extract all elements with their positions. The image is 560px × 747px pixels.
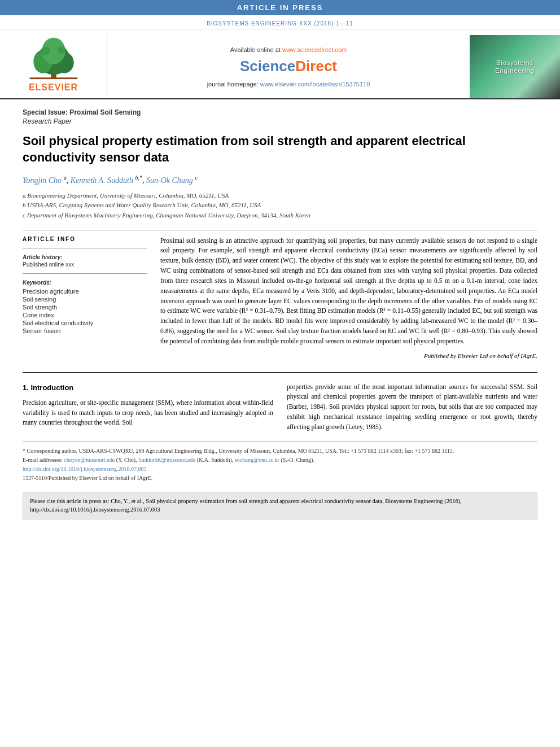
divider-info-1 (23, 248, 147, 248)
article-info-heading: ARTICLE INFO (23, 236, 147, 242)
svg-point-6 (58, 46, 65, 54)
author-sudduth[interactable]: Kenneth A. Sudduth (71, 176, 133, 185)
published-by: Published by Elsevier Ltd on behalf of I… (160, 351, 537, 361)
article-info-col: ARTICLE INFO Article history: Published … (23, 236, 147, 361)
abstract-col: Proximal soil sensing is an attractive a… (160, 236, 537, 361)
svg-rect-8 (29, 77, 77, 79)
keyword-soil-ec: Soil electrical conductivity (23, 320, 147, 326)
science-text: Science (240, 58, 295, 75)
doi-link: http://dx.doi.org/10.1016/j.biosystemsen… (23, 465, 537, 474)
sciencedirect-logo: ScienceDirect (240, 58, 337, 75)
article-info-abstract: ARTICLE INFO Article history: Published … (23, 236, 537, 361)
affil-sup-b: b,* (135, 174, 142, 181)
authors: Yongjin Cho a, Kenneth A. Sudduth b,*, S… (23, 174, 537, 185)
email-addresses: E-mail addresses: choyon@missouri.edu (Y… (23, 456, 537, 465)
svg-point-5 (41, 47, 50, 55)
homepage-url[interactable]: www.elsevier.com/locate/issn/15375110 (260, 81, 370, 88)
section1-heading: 1. Introduction (23, 382, 273, 394)
available-online-text: Available online at www.sciencedirect.co… (230, 46, 347, 53)
journal-homepage: journal homepage: www.elsevier.com/locat… (207, 81, 370, 88)
keywords-label: Keywords: (23, 279, 147, 286)
citation-text: Please cite this article in press as: Ch… (30, 498, 462, 513)
research-paper-label: Research Paper (23, 117, 537, 125)
citation-box: Please cite this article in press as: Ch… (23, 492, 537, 520)
email-chung[interactable]: sochung@cnu.ac.kr (235, 457, 279, 463)
affil-sup-a: a (64, 174, 67, 181)
center-header: Available online at www.sciencedirect.co… (107, 35, 470, 98)
article-in-press-banner: ARTICLE IN PRESS (0, 0, 560, 15)
email-sudduth[interactable]: SudduthK@missouri.edu (138, 457, 195, 463)
elsevier-tree-icon (25, 35, 82, 80)
divider-1 (23, 230, 537, 230)
corresponding-author-note: * Corresponding author. USDA-ARS-CSWQRU,… (23, 447, 537, 456)
affiliations: a Bioengineering Department, University … (23, 191, 537, 221)
main-content: Special Issue: Proximal Soil Sensing Res… (0, 99, 560, 528)
email-cho[interactable]: choyon@missouri.edu (64, 457, 115, 463)
affiliation-b: b USDA-ARS, Cropping Systems and Water Q… (23, 200, 537, 211)
footer-notes: * Corresponding author. USDA-ARS-CSWQRU,… (23, 442, 537, 483)
article-history-label: Article history: (23, 254, 147, 260)
abstract-text: Proximal soil sensing is an attractive a… (160, 236, 537, 347)
affiliation-c: c Department of Biosystems Machinery Eng… (23, 211, 537, 221)
body-content: 1. Introduction Precision agriculture, o… (23, 372, 537, 520)
section1-title: Introduction (30, 383, 73, 392)
divider-info-2 (23, 273, 147, 274)
section1-right-text: properties provide some of the most impo… (287, 382, 537, 433)
author-cho[interactable]: Yongjin Cho (23, 176, 62, 185)
affiliation-a: a Bioengineering Department, University … (23, 191, 537, 201)
section1-left-text: Precision agriculture, or site-specific … (23, 398, 273, 428)
article-title: Soil physical property estimation from s… (23, 133, 537, 165)
issn-line: 1537-5110/Published by Elsevier Ltd on b… (23, 474, 537, 483)
body-two-col: 1. Introduction Precision agriculture, o… (23, 382, 537, 433)
biosystems-logo-text: Biosystems Engineering (495, 59, 535, 75)
keyword-precision-agriculture: Precision agriculture (23, 288, 147, 295)
body-left-col: 1. Introduction Precision agriculture, o… (23, 382, 273, 433)
journal-link[interactable]: BIOSYSTEMS ENGINEERING XXX (2016) 1—11 (207, 20, 353, 27)
biosystems-logo-box: Biosystems Engineering (470, 35, 560, 98)
elsevier-wordmark: ELSEVIER (29, 82, 78, 93)
direct-text: Direct (295, 58, 337, 75)
keyword-soil-strength: Soil strength (23, 304, 147, 311)
keyword-cone-index: Cone index (23, 312, 147, 318)
article-history-value: Published online xxx (23, 261, 147, 268)
section1-number: 1. (23, 383, 29, 392)
journal-header: BIOSYSTEMS ENGINEERING XXX (2016) 1—11 (0, 15, 560, 29)
sciencedirect-url[interactable]: www.sciencedirect.com (282, 46, 347, 53)
doi-anchor[interactable]: http://dx.doi.org/10.1016/j.biosystemsen… (23, 466, 147, 472)
special-issue-label: Special Issue: Proximal Soil Sensing (23, 108, 537, 116)
svg-point-7 (48, 38, 59, 49)
top-header: ELSEVIER Available online at www.science… (0, 29, 560, 99)
elsevier-logo-box: ELSEVIER (0, 35, 107, 98)
body-right-col: properties provide some of the most impo… (287, 382, 537, 433)
email-label: E-mail addresses: (23, 457, 64, 463)
keyword-soil-sensing: Soil sensing (23, 296, 147, 303)
affil-sup-c: c (195, 174, 197, 181)
keyword-sensor-fusion: Sensor fusion (23, 327, 147, 334)
author-chung[interactable]: Sun-Ok Chung (146, 176, 193, 185)
